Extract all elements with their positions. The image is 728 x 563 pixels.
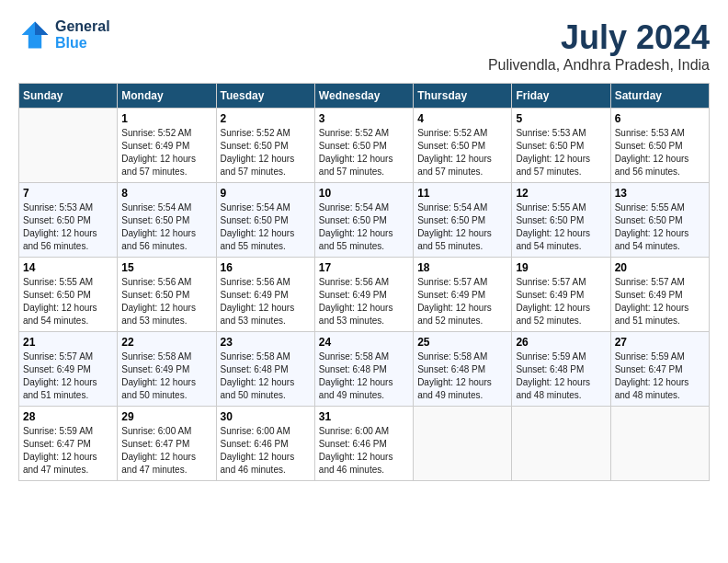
day-info: Sunrise: 5:59 AM Sunset: 6:48 PM Dayligh… (516, 350, 606, 402)
calendar-week-row: 28 Sunrise: 5:59 AM Sunset: 6:47 PM Dayl… (19, 407, 710, 481)
calendar-cell: 30 Sunrise: 6:00 AM Sunset: 6:46 PM Dayl… (216, 407, 314, 481)
day-number: 7 (23, 187, 113, 200)
calendar-cell: 17 Sunrise: 5:56 AM Sunset: 6:49 PM Dayl… (314, 258, 413, 332)
calendar-cell: 3 Sunrise: 5:52 AM Sunset: 6:50 PM Dayli… (314, 109, 413, 183)
day-number: 21 (23, 336, 113, 349)
day-info: Sunrise: 5:54 AM Sunset: 6:50 PM Dayligh… (417, 201, 507, 253)
calendar-cell: 20 Sunrise: 5:57 AM Sunset: 6:49 PM Dayl… (610, 258, 709, 332)
calendar-week-row: 7 Sunrise: 5:53 AM Sunset: 6:50 PM Dayli… (19, 183, 710, 258)
day-info: Sunrise: 5:59 AM Sunset: 6:47 PM Dayligh… (23, 425, 113, 477)
calendar-cell: 15 Sunrise: 5:56 AM Sunset: 6:50 PM Dayl… (118, 258, 216, 332)
day-number: 10 (319, 187, 409, 200)
location-title: Pulivendla, Andhra Pradesh, India (488, 57, 710, 74)
day-number: 15 (121, 261, 211, 274)
day-info: Sunrise: 5:52 AM Sunset: 6:50 PM Dayligh… (221, 127, 311, 178)
calendar-cell: 2 Sunrise: 5:52 AM Sunset: 6:50 PM Dayli… (216, 109, 314, 183)
day-number: 3 (319, 112, 409, 125)
day-number: 23 (221, 336, 311, 349)
day-info: Sunrise: 5:58 AM Sunset: 6:48 PM Dayligh… (221, 350, 311, 402)
day-info: Sunrise: 5:57 AM Sunset: 6:49 PM Dayligh… (516, 276, 606, 327)
day-info: Sunrise: 5:58 AM Sunset: 6:49 PM Dayligh… (121, 350, 211, 402)
calendar-cell: 16 Sunrise: 5:56 AM Sunset: 6:49 PM Dayl… (216, 258, 314, 332)
weekday-header: Monday (118, 84, 216, 109)
day-number: 1 (121, 112, 211, 125)
day-number: 2 (221, 112, 311, 125)
calendar-cell (512, 407, 610, 481)
calendar-cell (19, 109, 118, 183)
day-info: Sunrise: 5:55 AM Sunset: 6:50 PM Dayligh… (516, 201, 606, 253)
weekday-header: Friday (512, 84, 610, 109)
day-info: Sunrise: 5:57 AM Sunset: 6:49 PM Dayligh… (417, 276, 507, 327)
day-info: Sunrise: 5:56 AM Sunset: 6:50 PM Dayligh… (121, 276, 211, 327)
logo-text: General Blue (55, 18, 110, 52)
calendar-cell: 26 Sunrise: 5:59 AM Sunset: 6:48 PM Dayl… (512, 332, 610, 407)
calendar-cell: 29 Sunrise: 6:00 AM Sunset: 6:47 PM Dayl… (118, 407, 216, 481)
calendar-header-row: SundayMondayTuesdayWednesdayThursdayFrid… (19, 84, 710, 109)
calendar-cell: 1 Sunrise: 5:52 AM Sunset: 6:49 PM Dayli… (118, 109, 216, 183)
calendar-week-row: 14 Sunrise: 5:55 AM Sunset: 6:50 PM Dayl… (19, 258, 710, 332)
day-info: Sunrise: 5:56 AM Sunset: 6:49 PM Dayligh… (319, 276, 409, 327)
day-number: 30 (221, 410, 311, 423)
day-number: 14 (23, 261, 113, 274)
calendar-cell: 24 Sunrise: 5:58 AM Sunset: 6:48 PM Dayl… (314, 332, 413, 407)
calendar-cell: 14 Sunrise: 5:55 AM Sunset: 6:50 PM Dayl… (19, 258, 118, 332)
calendar-table: SundayMondayTuesdayWednesdayThursdayFrid… (18, 83, 710, 481)
day-number: 26 (516, 336, 606, 349)
day-info: Sunrise: 5:57 AM Sunset: 6:49 PM Dayligh… (23, 350, 113, 402)
calendar-cell: 25 Sunrise: 5:58 AM Sunset: 6:48 PM Dayl… (414, 332, 512, 407)
weekday-header: Sunday (19, 84, 118, 109)
day-number: 18 (417, 261, 507, 274)
calendar-cell: 27 Sunrise: 5:59 AM Sunset: 6:47 PM Dayl… (610, 332, 709, 407)
day-info: Sunrise: 6:00 AM Sunset: 6:46 PM Dayligh… (221, 425, 311, 477)
calendar-cell: 7 Sunrise: 5:53 AM Sunset: 6:50 PM Dayli… (19, 183, 118, 258)
day-info: Sunrise: 5:55 AM Sunset: 6:50 PM Dayligh… (23, 276, 113, 327)
day-info: Sunrise: 5:59 AM Sunset: 6:47 PM Dayligh… (615, 350, 705, 402)
day-info: Sunrise: 5:53 AM Sunset: 6:50 PM Dayligh… (615, 127, 705, 178)
day-info: Sunrise: 5:57 AM Sunset: 6:49 PM Dayligh… (615, 276, 705, 327)
calendar-cell: 5 Sunrise: 5:53 AM Sunset: 6:50 PM Dayli… (512, 109, 610, 183)
day-number: 13 (615, 187, 705, 200)
month-title: July 2024 (488, 18, 710, 57)
day-number: 22 (121, 336, 211, 349)
calendar-cell: 19 Sunrise: 5:57 AM Sunset: 6:49 PM Dayl… (512, 258, 610, 332)
calendar-cell: 28 Sunrise: 5:59 AM Sunset: 6:47 PM Dayl… (19, 407, 118, 481)
day-info: Sunrise: 5:54 AM Sunset: 6:50 PM Dayligh… (319, 201, 409, 253)
page-header: General Blue July 2024 Pulivendla, Andhr… (18, 18, 710, 74)
day-number: 11 (417, 187, 507, 200)
calendar-week-row: 21 Sunrise: 5:57 AM Sunset: 6:49 PM Dayl… (19, 332, 710, 407)
logo-icon (18, 18, 51, 52)
weekday-header: Saturday (610, 84, 709, 109)
day-number: 28 (23, 410, 113, 423)
weekday-header: Wednesday (314, 84, 413, 109)
day-number: 4 (417, 112, 507, 125)
day-info: Sunrise: 5:58 AM Sunset: 6:48 PM Dayligh… (417, 350, 507, 402)
day-number: 9 (221, 187, 311, 200)
calendar-cell: 18 Sunrise: 5:57 AM Sunset: 6:49 PM Dayl… (414, 258, 512, 332)
calendar-cell (610, 407, 709, 481)
day-info: Sunrise: 5:52 AM Sunset: 6:49 PM Dayligh… (121, 127, 211, 178)
logo: General Blue (18, 18, 110, 52)
day-number: 8 (121, 187, 211, 200)
day-number: 6 (615, 112, 705, 125)
calendar-cell: 10 Sunrise: 5:54 AM Sunset: 6:50 PM Dayl… (314, 183, 413, 258)
day-number: 24 (319, 336, 409, 349)
calendar-cell: 11 Sunrise: 5:54 AM Sunset: 6:50 PM Dayl… (414, 183, 512, 258)
calendar-week-row: 1 Sunrise: 5:52 AM Sunset: 6:49 PM Dayli… (19, 109, 710, 183)
day-number: 5 (516, 112, 606, 125)
day-info: Sunrise: 5:54 AM Sunset: 6:50 PM Dayligh… (221, 201, 311, 253)
day-info: Sunrise: 5:55 AM Sunset: 6:50 PM Dayligh… (615, 201, 705, 253)
title-section: July 2024 Pulivendla, Andhra Pradesh, In… (488, 18, 710, 74)
day-info: Sunrise: 6:00 AM Sunset: 6:46 PM Dayligh… (319, 425, 409, 477)
day-number: 29 (121, 410, 211, 423)
day-info: Sunrise: 6:00 AM Sunset: 6:47 PM Dayligh… (121, 425, 211, 477)
day-info: Sunrise: 5:52 AM Sunset: 6:50 PM Dayligh… (417, 127, 507, 178)
calendar-cell: 9 Sunrise: 5:54 AM Sunset: 6:50 PM Dayli… (216, 183, 314, 258)
day-number: 27 (615, 336, 705, 349)
calendar-cell: 4 Sunrise: 5:52 AM Sunset: 6:50 PM Dayli… (414, 109, 512, 183)
day-info: Sunrise: 5:56 AM Sunset: 6:49 PM Dayligh… (221, 276, 311, 327)
day-number: 20 (615, 261, 705, 274)
day-number: 16 (221, 261, 311, 274)
day-number: 25 (417, 336, 507, 349)
calendar-cell: 8 Sunrise: 5:54 AM Sunset: 6:50 PM Dayli… (118, 183, 216, 258)
day-info: Sunrise: 5:58 AM Sunset: 6:48 PM Dayligh… (319, 350, 409, 402)
